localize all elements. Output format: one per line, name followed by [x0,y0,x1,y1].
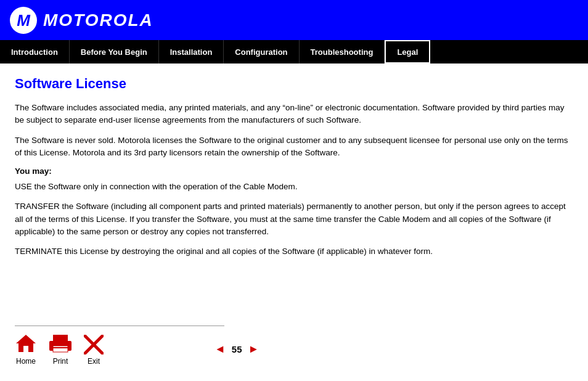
exit-label: Exit [88,357,100,366]
svg-rect-3 [53,346,68,352]
nav-installation[interactable]: Installation [159,40,224,63]
footer-controls: Home Print [0,332,588,366]
print-icon [47,332,74,354]
nav-troubleshooting[interactable]: Troubleshooting [300,40,385,63]
page-title: Software License [15,76,573,92]
footer-divider [15,326,224,326]
logo-m-letter: M [17,12,30,28]
exit-icon [84,335,104,354]
next-page-button[interactable]: ► [248,343,259,356]
nav-before-you-begin[interactable]: Before You Begin [70,40,159,63]
brand-name: MOTOROLA [43,10,153,30]
print-button[interactable]: Print [47,332,74,366]
navbar: Introduction Before You Begin Installati… [0,40,588,63]
footer: Home Print [0,326,588,381]
nav-legal[interactable]: Legal [385,40,430,63]
motorola-logo: M [10,7,37,34]
exit-button[interactable]: Exit [84,335,104,366]
paragraph-transfer: TRANSFER the Software (including all com… [15,200,573,238]
prev-page-button[interactable]: ◄ [214,343,226,356]
svg-marker-0 [16,335,36,352]
home-icon [15,332,37,354]
home-label: Home [16,357,36,366]
paragraph-1: The Software includes associated media, … [15,102,573,127]
header: M MOTOROLA [0,0,588,40]
page-number: 55 [232,344,242,354]
svg-rect-2 [53,335,68,342]
paragraph-terminate: TERMINATE this License by destroying the… [15,245,573,258]
you-may-label: You may: [15,166,573,176]
home-button[interactable]: Home [15,332,37,366]
nav-configuration[interactable]: Configuration [224,40,299,63]
main-content: Software License The Software includes a… [0,63,588,326]
page-navigation: ◄ 55 ► [214,343,259,356]
nav-introduction[interactable]: Introduction [0,40,70,63]
print-label: Print [53,357,68,366]
logo-container: M MOTOROLA [10,7,153,34]
svg-rect-4 [52,347,69,348]
paragraph-2: The Software is never sold. Motorola lic… [15,134,573,160]
nav-icons: Home Print [15,332,104,366]
paragraph-use: USE the Software only in connection with… [15,181,573,193]
